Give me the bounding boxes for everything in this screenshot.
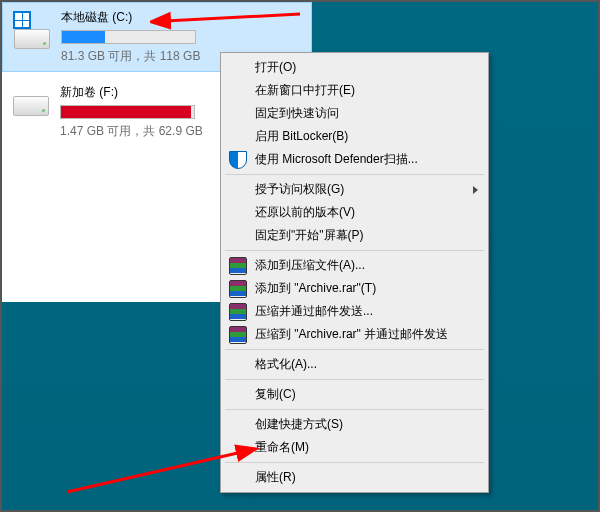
winrar-icon xyxy=(229,303,247,321)
menu-format[interactable]: 格式化(A)... xyxy=(223,353,486,376)
menu-defender-scan[interactable]: 使用 Microsoft Defender扫描... xyxy=(223,148,486,171)
menu-grant-access[interactable]: 授予访问权限(G) xyxy=(223,178,486,201)
winrar-icon xyxy=(229,280,247,298)
menu-rar-add[interactable]: 添加到压缩文件(A)... xyxy=(223,254,486,277)
menu-rar-email[interactable]: 压缩并通过邮件发送... xyxy=(223,300,486,323)
menu-separator xyxy=(225,349,484,350)
drive-icon-c xyxy=(13,11,51,49)
svg-line-1 xyxy=(67,452,242,492)
drive-usage-bar-c xyxy=(61,30,196,44)
menu-separator xyxy=(225,174,484,175)
menu-bitlocker[interactable]: 启用 BitLocker(B) xyxy=(223,125,486,148)
menu-properties[interactable]: 属性(R) xyxy=(223,466,486,489)
menu-open[interactable]: 打开(O) xyxy=(223,56,486,79)
drive-icon-f xyxy=(12,86,50,124)
winrar-icon xyxy=(229,326,247,344)
winrar-icon xyxy=(229,257,247,275)
menu-separator xyxy=(225,250,484,251)
menu-previous-versions[interactable]: 还原以前的版本(V) xyxy=(223,201,486,224)
drive-name-c: 本地磁盘 (C:) xyxy=(61,9,303,26)
menu-separator xyxy=(225,462,484,463)
windows-badge-icon xyxy=(13,11,31,29)
drive-context-menu: 打开(O) 在新窗口中打开(E) 固定到快速访问 启用 BitLocker(B)… xyxy=(220,52,489,493)
menu-create-shortcut[interactable]: 创建快捷方式(S) xyxy=(223,413,486,436)
menu-separator xyxy=(225,409,484,410)
drive-usage-bar-f xyxy=(60,105,195,119)
menu-rar-email-archive[interactable]: 压缩到 "Archive.rar" 并通过邮件发送 xyxy=(223,323,486,346)
menu-pin-start[interactable]: 固定到"开始"屏幕(P) xyxy=(223,224,486,247)
submenu-arrow-icon xyxy=(473,186,478,194)
shield-icon xyxy=(229,151,247,169)
menu-copy[interactable]: 复制(C) xyxy=(223,383,486,406)
menu-rar-add-archive[interactable]: 添加到 "Archive.rar"(T) xyxy=(223,277,486,300)
menu-open-new-window[interactable]: 在新窗口中打开(E) xyxy=(223,79,486,102)
menu-rename[interactable]: 重命名(M) xyxy=(223,436,486,459)
menu-pin-quick[interactable]: 固定到快速访问 xyxy=(223,102,486,125)
menu-separator xyxy=(225,379,484,380)
